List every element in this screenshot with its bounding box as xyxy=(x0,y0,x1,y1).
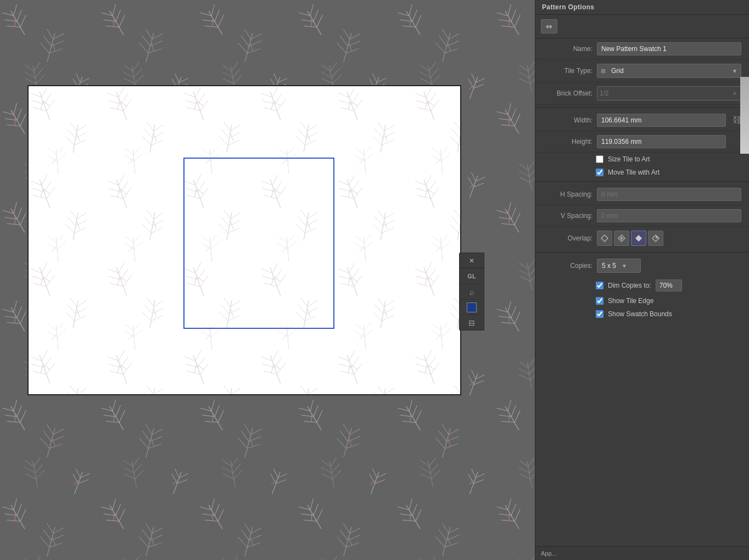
h-spacing-label: H Spacing: xyxy=(543,191,593,198)
panel-title-bar: Pattern Options xyxy=(535,0,749,15)
tile-type-row: Tile Type: ⊞ Grid ▼ xyxy=(535,60,749,82)
copies-row: Copies: 5 x 5 ▼ xyxy=(535,255,749,277)
show-swatch-bounds-row: Show Swatch Bounds xyxy=(535,307,749,321)
width-row: Width: ⛓ xyxy=(535,110,749,131)
copies-chevron-icon: ▼ xyxy=(622,263,627,269)
overlap-row: Overlap: xyxy=(535,227,749,250)
h-spacing-input[interactable] xyxy=(597,188,741,201)
overlap-btn-1[interactable] xyxy=(597,231,612,246)
brick-offset-label: Brick Offset: xyxy=(543,89,593,97)
size-tile-row: Size Tile to Art xyxy=(535,153,749,166)
name-row: Name: xyxy=(535,38,749,60)
size-tile-checkbox[interactable] xyxy=(596,155,603,163)
copies-label: Copies: xyxy=(543,262,593,270)
pattern-options-panel: Pattern Options ⇔ Name: Tile Type: ⊞ Gri… xyxy=(535,0,749,560)
brick-offset-value: 1/2 xyxy=(597,89,729,97)
tile-type-value: Grid xyxy=(609,67,729,75)
tile-type-chevron-icon: ▼ xyxy=(729,68,741,74)
move-tile-row: Move Tile with Art xyxy=(535,166,749,179)
v-spacing-row: V Spacing: xyxy=(535,205,749,227)
swatch-pattern-svg xyxy=(29,86,460,394)
v-spacing-label: V Spacing: xyxy=(543,212,593,220)
name-label: Name: xyxy=(543,45,593,53)
svg-rect-54 xyxy=(29,86,460,394)
color-swatch-row xyxy=(460,299,484,315)
show-tile-edge-label[interactable]: Show Tile Edge xyxy=(608,297,653,305)
divider-1 xyxy=(535,107,749,108)
show-tile-edge-checkbox[interactable] xyxy=(596,297,603,305)
overlap-icon-3 xyxy=(634,234,643,243)
gl-close-btn[interactable]: ✕ xyxy=(460,253,484,268)
tile-type-label: Tile Type: xyxy=(543,67,593,75)
tile-type-select[interactable]: ⊞ Grid ▼ xyxy=(597,64,741,78)
overlap-btn-2[interactable] xyxy=(614,231,629,246)
show-swatch-bounds-label[interactable]: Show Swatch Bounds xyxy=(608,310,672,318)
width-label: Width: xyxy=(543,116,593,124)
overlap-icon-1 xyxy=(600,234,609,243)
overlap-icon-4 xyxy=(651,234,660,243)
grid-icon: ⊞ xyxy=(597,68,609,75)
overlap-btn-4[interactable] xyxy=(648,231,663,246)
copies-select[interactable]: 5 x 5 ▼ xyxy=(597,259,641,273)
canvas-area xyxy=(0,0,535,560)
show-tile-edge-row: Show Tile Edge xyxy=(535,294,749,307)
move-tile-label[interactable]: Move Tile with Art xyxy=(608,169,659,176)
swatch-container xyxy=(27,85,461,395)
svg-marker-58 xyxy=(635,235,642,242)
divider-2 xyxy=(535,181,749,182)
v-spacing-input[interactable] xyxy=(597,209,741,222)
h-spacing-row: H Spacing: xyxy=(535,184,749,205)
gl-label: GL xyxy=(460,268,484,284)
brick-offset-select[interactable]: 1/2 ▼ xyxy=(597,86,741,100)
panel-content: Name: Tile Type: ⊞ Grid ▼ Brick Offset: … xyxy=(535,38,749,546)
overlap-icon-2 xyxy=(617,234,626,243)
name-input[interactable] xyxy=(597,42,741,55)
library-icon[interactable]: ⊟ xyxy=(460,315,484,330)
panel-title: Pattern Options xyxy=(542,3,594,11)
panel-preview-strip xyxy=(740,77,749,154)
dim-copies-checkbox[interactable] xyxy=(596,282,603,289)
overlap-buttons xyxy=(597,231,663,246)
overlap-btn-3[interactable] xyxy=(631,231,646,246)
height-row: Height: ⛓ xyxy=(535,131,749,153)
size-tile-label[interactable]: Size Tile to Art xyxy=(608,155,650,163)
divider-3 xyxy=(535,252,749,253)
svg-marker-55 xyxy=(601,235,608,242)
apply-label: App... xyxy=(541,550,557,557)
color-swatch[interactable] xyxy=(467,303,477,312)
move-tile-checkbox[interactable] xyxy=(596,169,603,176)
dim-copies-label[interactable]: Dim Copies to: xyxy=(608,282,651,289)
copies-value: 5 x 5 xyxy=(602,262,616,270)
swatch-pattern xyxy=(29,86,460,394)
show-swatch-bounds-checkbox[interactable] xyxy=(596,310,603,318)
svg-marker-57 xyxy=(620,237,623,240)
height-input[interactable] xyxy=(597,135,726,148)
brick-offset-chevron-icon: ▼ xyxy=(729,91,741,97)
width-input[interactable] xyxy=(597,114,726,127)
panel-bottom-bar: App... xyxy=(535,546,749,560)
gl-panel-strip: ✕ GL ⌕ ⊟ xyxy=(459,253,484,331)
fit-to-screen-button[interactable]: ⇔ xyxy=(541,19,557,33)
brick-offset-row: Brick Offset: 1/2 ▼ xyxy=(535,82,749,105)
dim-copies-row: Dim Copies to: xyxy=(535,277,749,294)
dim-copies-value[interactable] xyxy=(656,279,682,292)
overlap-label: Overlap: xyxy=(543,234,593,242)
height-label: Height: xyxy=(543,138,593,145)
search-icon[interactable]: ⌕ xyxy=(460,284,484,299)
panel-toolbar: ⇔ xyxy=(535,15,749,38)
